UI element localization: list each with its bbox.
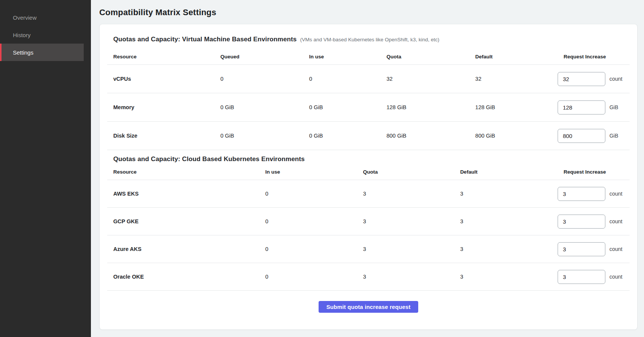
column-header: Quota — [380, 54, 469, 60]
resource-name: GCP GKE — [107, 218, 259, 224]
column-header: Resource — [107, 54, 214, 60]
resource-name: vCPUs — [107, 76, 214, 82]
value-cell: 0 — [259, 191, 357, 197]
column-header: In use — [259, 169, 357, 175]
request-increase-cell: count — [558, 72, 630, 86]
value-cell: 0 — [259, 246, 357, 252]
value-cell: 3 — [454, 274, 558, 280]
sidebar-item-overview[interactable]: Overview — [0, 9, 84, 26]
value-cell: 32 — [380, 76, 469, 82]
request-increase-input[interactable] — [558, 72, 605, 86]
unit-label: count — [610, 246, 622, 252]
request-increase-cell: GiB — [558, 100, 630, 114]
sidebar-item-label: History — [13, 32, 31, 38]
value-cell: 0 GiB — [214, 133, 303, 139]
table-header-row: ResourceQueuedIn useQuotaDefaultRequest … — [107, 43, 630, 65]
value-cell: 0 — [303, 76, 380, 82]
column-header: In use — [303, 54, 380, 60]
section-heading: Quotas and Capacity: Virtual Machine Bas… — [113, 36, 297, 43]
value-cell: 3 — [357, 246, 454, 252]
quota-section-0: Quotas and Capacity: Virtual Machine Bas… — [107, 30, 630, 150]
sidebar-item-label: Settings — [13, 49, 33, 56]
column-header: Default — [469, 54, 558, 60]
unit-label: GiB — [610, 133, 618, 139]
table-row: vCPUs003232count — [107, 65, 630, 93]
quota-sections: Quotas and Capacity: Virtual Machine Bas… — [107, 30, 630, 291]
table-row: Oracle OKE033count — [107, 263, 630, 291]
section-heading-row: Quotas and Capacity: Virtual Machine Bas… — [107, 30, 630, 43]
sidebar-item-label: Overview — [13, 14, 37, 21]
value-cell: 3 — [454, 246, 558, 252]
sidebar-item-settings[interactable]: Settings — [0, 44, 84, 61]
request-increase-input[interactable] — [558, 129, 605, 143]
value-cell: 128 GiB — [469, 104, 558, 110]
request-increase-input[interactable] — [558, 215, 605, 229]
unit-label: count — [610, 76, 622, 82]
column-header: Resource — [107, 169, 259, 175]
request-increase-cell: GiB — [558, 129, 630, 143]
main-content: Compatibility Matrix Settings Quotas and… — [91, 0, 644, 337]
table-row: AWS EKS033count — [107, 180, 630, 208]
table-row: GCP GKE033count — [107, 208, 630, 235]
card-footer: Submit quota increase request — [107, 291, 630, 313]
request-increase-input[interactable] — [558, 100, 605, 114]
resource-name: Memory — [107, 104, 214, 110]
column-header: Queued — [214, 54, 303, 60]
value-cell: 32 — [469, 76, 558, 82]
request-increase-input[interactable] — [558, 242, 605, 256]
sidebar-nav: OverviewHistorySettings — [0, 9, 91, 61]
quota-section-1: Quotas and Capacity: Cloud Based Kuberne… — [107, 150, 630, 291]
resource-name: Disk Size — [107, 133, 214, 139]
request-increase-cell: count — [558, 270, 630, 284]
request-increase-cell: count — [558, 215, 630, 229]
request-increase-input[interactable] — [558, 270, 605, 284]
sidebar-item-history[interactable]: History — [0, 26, 84, 44]
value-cell: 0 GiB — [214, 104, 303, 110]
section-subtitle: (VMs and VM-based Kubernetes like OpenSh… — [300, 37, 439, 42]
page-title: Compatibility Matrix Settings — [99, 8, 638, 17]
unit-label: count — [610, 274, 622, 280]
unit-label: count — [610, 218, 622, 224]
request-increase-cell: count — [558, 242, 630, 256]
resource-name: Oracle OKE — [107, 274, 259, 280]
sidebar: OverviewHistorySettings — [0, 0, 91, 337]
value-cell: 3 — [357, 274, 454, 280]
section-heading-row: Quotas and Capacity: Cloud Based Kuberne… — [107, 150, 630, 163]
column-header: Request Increase — [558, 54, 630, 60]
column-header: Quota — [357, 169, 454, 175]
section-heading: Quotas and Capacity: Cloud Based Kuberne… — [113, 155, 305, 163]
value-cell: 3 — [454, 218, 558, 224]
value-cell: 3 — [357, 191, 454, 197]
value-cell: 0 — [259, 274, 357, 280]
value-cell: 3 — [454, 191, 558, 197]
resource-name: AWS EKS — [107, 191, 259, 197]
value-cell: 3 — [357, 218, 454, 224]
table-row: Disk Size0 GiB0 GiB800 GiB800 GiBGiB — [107, 122, 630, 150]
value-cell: 800 GiB — [380, 133, 469, 139]
column-header: Default — [454, 169, 558, 175]
value-cell: 128 GiB — [380, 104, 469, 110]
unit-label: count — [610, 191, 622, 197]
table-header-row: ResourceIn useQuotaDefaultRequest Increa… — [107, 163, 630, 180]
request-increase-cell: count — [558, 187, 630, 201]
table-row: Memory0 GiB0 GiB128 GiB128 GiBGiB — [107, 93, 630, 122]
request-increase-input[interactable] — [558, 187, 605, 201]
unit-label: GiB — [610, 104, 618, 110]
value-cell: 0 — [214, 76, 303, 82]
value-cell: 0 GiB — [303, 133, 380, 139]
value-cell: 800 GiB — [469, 133, 558, 139]
table-row: Azure AKS033count — [107, 235, 630, 263]
value-cell: 0 GiB — [303, 104, 380, 110]
submit-quota-increase-button[interactable]: Submit quota increase request — [319, 301, 418, 313]
settings-card: Quotas and Capacity: Virtual Machine Bas… — [99, 24, 638, 330]
column-header: Request Increase — [558, 169, 630, 175]
value-cell: 0 — [259, 218, 357, 224]
resource-name: Azure AKS — [107, 246, 259, 252]
